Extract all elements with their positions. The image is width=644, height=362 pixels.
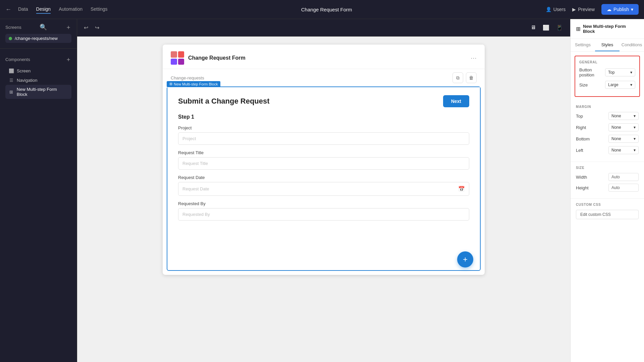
button-position-select[interactable]: Top ▾ <box>605 68 635 76</box>
form-page-title: Change Request Form <box>188 55 246 61</box>
nav-settings[interactable]: Settings <box>91 5 108 14</box>
undo-button[interactable]: ↩ <box>83 23 90 32</box>
mobile-view-button[interactable]: 📱 <box>554 23 565 32</box>
form-block-wrapper: ⊞ New Multi-step Form Block Submit a Cha… <box>167 86 481 271</box>
top-nav-actions: 👤 Users ▶ Preview ☁ Publish ▾ <box>546 4 639 15</box>
tablet-view-button[interactable]: ⬜ <box>541 23 551 32</box>
margin-left-select[interactable]: None ▾ <box>608 146 639 154</box>
calendar-icon: 📅 <box>458 186 465 192</box>
button-position-label: Button position <box>579 67 605 77</box>
margin-left-value: None <box>611 148 621 153</box>
margin-top-select[interactable]: None ▾ <box>608 112 639 120</box>
height-row: Height Auto <box>576 184 639 192</box>
tab-styles[interactable]: Styles <box>595 39 620 51</box>
delete-button[interactable]: 🗑 <box>466 72 477 83</box>
margin-right-select[interactable]: None ▾ <box>608 123 639 131</box>
margin-top-chevron-icon: ▾ <box>634 114 636 118</box>
form-block-inner: Submit a Change Request Next Step 1 Proj… <box>167 87 480 234</box>
request-date-label: Request Date <box>178 175 469 180</box>
request-title-label: Request Title <box>178 150 469 155</box>
screens-section-header: Screens 🔍 ＋ <box>5 23 71 31</box>
size-row: Size Large ▾ <box>579 81 635 89</box>
margin-top-row: Top None ▾ <box>576 112 639 120</box>
project-field-group: Project Project <box>178 125 469 145</box>
size-value: Large <box>608 82 619 87</box>
width-input[interactable]: Auto <box>608 173 639 181</box>
button-position-value: Top <box>608 70 614 75</box>
edit-custom-css-button[interactable]: Edit custom CSS <box>576 210 639 219</box>
breadcrumb-text: Change-requests <box>171 75 204 80</box>
form-block-badge: ⊞ New Multi-step Form Block <box>167 81 220 87</box>
right-tabs: Settings Styles Conditions <box>571 39 644 52</box>
size-select[interactable]: Large ▾ <box>605 81 635 89</box>
screens-add-icon[interactable]: ＋ <box>65 23 71 31</box>
general-section-title: GENERAL <box>579 60 635 64</box>
sidebar-divider <box>0 48 77 49</box>
breadcrumb-actions: ⧉ 🗑 <box>452 72 477 83</box>
margin-right-label: Right <box>576 125 586 130</box>
button-position-row: Button position Top ▾ <box>579 67 635 77</box>
margin-bottom-select[interactable]: None ▾ <box>608 135 639 143</box>
next-button[interactable]: Next <box>443 95 469 107</box>
project-placeholder: Project <box>182 136 196 141</box>
components-label: Components <box>5 57 30 62</box>
sidebar-item-screen[interactable]: ⬜ Screen <box>5 66 71 75</box>
step-label: Step 1 <box>178 114 469 120</box>
margin-right-value: None <box>611 125 621 130</box>
request-date-field-group: Request Date Request Date 📅 <box>178 175 469 196</box>
height-label: Height <box>576 185 589 190</box>
requested-by-field-group: Requested By Requested By <box>178 201 469 221</box>
project-label: Project <box>178 125 469 130</box>
sidebar-item-form-block[interactable]: ⊞ New Multi-step Form Block <box>5 85 71 99</box>
width-row: Width Auto <box>576 173 639 181</box>
sidebar-item-navigation[interactable]: ☰ Navigation <box>5 75 71 85</box>
tab-conditions[interactable]: Conditions <box>620 39 644 51</box>
size-label: Size <box>579 82 588 87</box>
canvas-content: Change Request Form ⋯ Change-requests ⧉ … <box>77 37 570 362</box>
general-section: GENERAL Button position Top ▾ Size Large… <box>575 56 640 97</box>
request-title-field-group: Request Title Request Title <box>178 150 469 170</box>
screen-icon: ⬜ <box>9 68 14 73</box>
request-title-input[interactable]: Request Title <box>178 157 469 170</box>
publish-chevron-icon: ▾ <box>631 7 633 12</box>
requested-by-label: Requested By <box>178 201 469 206</box>
page-title: Change Request Form <box>108 7 546 12</box>
requested-by-placeholder: Requested By <box>182 212 210 217</box>
copy-button[interactable]: ⧉ <box>452 72 463 83</box>
size-chevron-icon: ▾ <box>630 82 632 87</box>
main-layout: Screens 🔍 ＋ /change-requests/new Compone… <box>0 19 644 362</box>
screens-search-icon[interactable]: 🔍 <box>40 23 47 31</box>
height-input[interactable]: Auto <box>608 184 639 192</box>
form-dots-icon[interactable]: ⋯ <box>471 54 477 62</box>
right-sidebar: ⊞ New Multi-step Form Block Settings Sty… <box>570 19 644 362</box>
nav-data[interactable]: Data <box>18 5 28 14</box>
publish-icon: ☁ <box>607 7 611 12</box>
requested-by-input[interactable]: Requested By <box>178 208 469 221</box>
redo-button[interactable]: ↪ <box>94 23 101 32</box>
components-add-icon[interactable]: ＋ <box>65 55 71 63</box>
size-section-title: SIZE <box>576 166 639 170</box>
form-page-header: Change Request Form ⋯ <box>163 45 485 69</box>
nav-design[interactable]: Design <box>36 5 51 14</box>
project-input[interactable]: Project <box>178 132 469 145</box>
publish-button[interactable]: ☁ Publish ▾ <box>601 4 639 15</box>
margin-bottom-value: None <box>611 136 621 141</box>
form-main-title: Submit a Change Request <box>178 97 270 106</box>
size-section: SIZE Width Auto Height Auto <box>571 162 644 199</box>
margin-top-value: None <box>611 114 621 118</box>
canvas-toolbar: ↩ ↪ 🖥 ⬜ 📱 <box>77 19 570 37</box>
sidebar-header-label: New Multi-step Form Block <box>583 24 639 34</box>
tab-settings[interactable]: Settings <box>571 39 595 51</box>
users-button[interactable]: 👤 Users <box>546 7 566 12</box>
margin-right-chevron-icon: ▾ <box>634 125 636 130</box>
back-button[interactable]: ← <box>5 6 11 13</box>
width-label: Width <box>576 175 587 180</box>
sidebar-item-change-requests[interactable]: /change-requests/new <box>5 34 71 43</box>
nav-automation[interactable]: Automation <box>59 5 83 14</box>
fab-button[interactable]: + <box>457 251 473 267</box>
margin-right-row: Right None ▾ <box>576 123 639 131</box>
desktop-view-button[interactable]: 🖥 <box>529 23 538 32</box>
navigation-icon: ☰ <box>9 77 14 83</box>
preview-button[interactable]: ▶ Preview <box>572 7 595 12</box>
request-date-input[interactable]: Request Date 📅 <box>178 182 469 196</box>
